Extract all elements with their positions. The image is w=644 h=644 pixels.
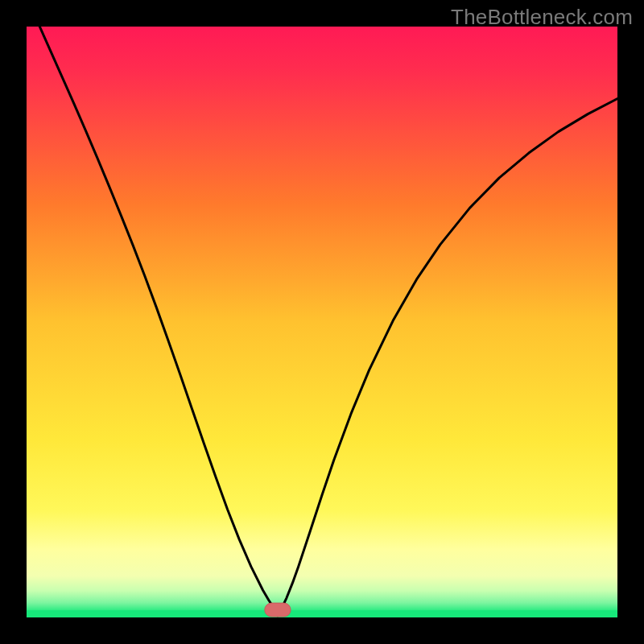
green-baseline xyxy=(27,610,617,617)
plot-area xyxy=(27,27,617,617)
chart-frame: TheBottleneck.com xyxy=(0,0,644,644)
gradient-background xyxy=(27,27,617,617)
bottleneck-chart xyxy=(27,27,617,617)
optimal-marker xyxy=(265,603,291,617)
